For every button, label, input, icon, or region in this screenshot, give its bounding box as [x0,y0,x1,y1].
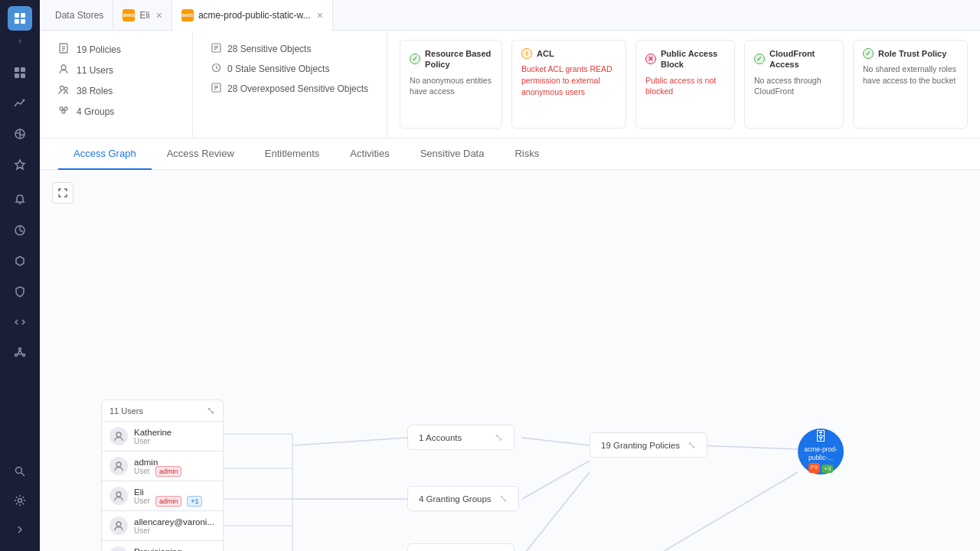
user-node-eli[interactable]: Eli User admin +1 [101,481,224,511]
tab-access-graph-label: Access Graph [74,148,136,159]
tab-bar: Data Stores aws Eli × aws acme-prod-publ… [40,0,980,31]
sidebar-icon-search[interactable] [6,458,34,485]
user-node-provisioning[interactable]: Provisioning User [101,541,224,551]
overexposed-value: 28 Overexposed Sensitive Objects [227,83,368,94]
groups-value: 4 Groups [77,106,114,117]
resource-based-desc: No anonymous entities have access [410,75,492,97]
app-logo[interactable] [8,6,32,31]
tab-access-graph[interactable]: Access Graph [58,139,152,170]
cloudfront-desc: No access through CloudFront [754,75,834,97]
sidebar-icon-chart[interactable] [6,90,34,117]
accounts-node[interactable]: 1 Accounts ⤡ [407,425,514,450]
resource-based-title: Resource Based Policy [425,48,492,70]
svg-line-23 [21,473,24,476]
policy-card-resource-based[interactable]: ✓ Resource Based Policy No anonymous ent… [400,40,502,129]
tab-eli[interactable]: aws Eli × [113,0,172,31]
bucket-icon: 🗄 [815,430,827,444]
resource-based-status-icon: ✓ [410,54,420,64]
stat-policies: 19 Policies [58,43,174,56]
sidebar-icon-grid[interactable] [6,59,34,86]
svg-line-49 [522,438,590,445]
sensitive-objects-icon [211,43,221,55]
svg-rect-3 [21,19,25,24]
accounts-close-icon[interactable]: ⤡ [495,432,503,443]
tab-acme-prod[interactable]: aws acme-prod-public-static-w... × [172,0,333,31]
svg-point-62 [116,462,121,467]
eli-info: Eli User admin +1 [134,487,215,505]
expand-graph-button[interactable] [52,182,74,204]
user-node-katherine[interactable]: Katherine User [101,422,224,452]
tab-entitlements-label: Entitlements [265,148,320,159]
graph-area: 11 Users ⤡ Katherine User [40,170,980,551]
sidebar-icon-star[interactable] [6,151,34,178]
roles-node[interactable]: 38 Roles ⤡ [407,543,514,551]
user-node-admin[interactable]: admin User admin [101,452,224,481]
tab-eli-close-icon[interactable]: × [156,10,162,21]
tab-acme-close-icon[interactable]: × [317,10,323,21]
sidebar-icon-analytics[interactable] [6,217,34,244]
sidebar-icon-code[interactable] [6,308,34,336]
users-collapse-icon[interactable]: ⤡ [207,405,215,416]
svg-point-8 [23,99,25,102]
acl-header: ! ACL [521,48,616,59]
sidebar-icon-nodes[interactable] [6,339,34,367]
sidebar-icon-hex[interactable] [6,247,34,275]
svg-point-33 [64,107,67,110]
granting-policies-node[interactable]: 19 Granting Policies ⤡ [590,432,707,458]
policy-card-acl[interactable]: ! ACL Bucket ACL grants READ permission … [511,40,626,129]
eli-count: +1 [187,496,202,507]
tab-access-review[interactable]: Access Review [152,139,250,170]
granting-groups-label: 4 Granting Groups [419,494,492,504]
users-node-header: 11 Users ⤡ [101,399,224,422]
sidebar-icon-settings[interactable] [6,487,34,514]
svg-line-54 [499,472,798,551]
tab-risks[interactable]: Risks [499,139,554,170]
svg-point-18 [15,354,18,357]
tab-activities[interactable]: Activities [335,139,404,170]
tab-data-stores-label: Data Stores [55,10,103,21]
sensitive-objects-item: 28 Sensitive Objects [211,43,368,55]
acl-status-icon: ! [521,48,532,59]
granting-policies-label: 19 Granting Policies [601,441,680,450]
sidebar-icon-shield[interactable] [6,278,34,305]
katherine-role: User [134,437,215,445]
sidebar-collapse-icon[interactable]: › [18,37,21,45]
svg-line-52 [697,445,798,449]
role-trust-title: Role Trust Policy [878,48,946,59]
svg-rect-7 [21,73,25,78]
policy-card-role-trust[interactable]: ✓ Role Trust Policy No shared externally… [853,40,968,129]
granting-groups-node[interactable]: 4 Granting Groups ⤡ [407,486,519,511]
sidebar-icon-link[interactable] [6,120,34,148]
tab-sensitive-data[interactable]: Sensitive Data [405,139,500,170]
policies-value: 19 Policies [77,44,121,55]
provisioning-avatar [109,546,128,551]
svg-rect-5 [21,67,25,72]
tab-entitlements[interactable]: Entitlements [250,139,335,170]
target-bucket-node[interactable]: 🗄 acme-prod-public-... PII +3 [798,429,844,474]
svg-marker-14 [16,256,24,266]
cloudfront-title: CloudFront Access [769,48,834,70]
eli-badge: admin [155,496,182,507]
stale-value: 0 Stale Sensitive Objects [227,64,329,74]
policy-card-public-access[interactable]: ✕ Public Access Block Public access is n… [635,40,735,129]
tab-data-stores[interactable]: Data Stores [46,0,113,31]
granting-policies-close-icon[interactable]: ⤡ [688,439,696,451]
user-node-allencarey[interactable]: allencarey@varoni... User [101,511,224,541]
top-panel: 19 Policies 11 Users 38 Roles [40,31,980,139]
stale-icon [211,63,221,75]
svg-rect-2 [15,19,19,24]
katherine-info: Katherine User [134,428,215,445]
svg-point-16 [19,348,21,350]
granting-groups-close-icon[interactable]: ⤡ [499,493,508,504]
users-icon [58,64,70,77]
sidebar-icon-arrow-right[interactable] [6,516,34,543]
cloudfront-header: ✓ CloudFront Access [754,48,834,70]
nav-tabs: Access Graph Access Review Entitlements … [40,139,980,170]
users-value: 11 Users [77,65,113,76]
roles-icon [58,84,70,97]
sidebar-icon-bell[interactable] [6,186,34,214]
policy-card-cloudfront[interactable]: ✓ CloudFront Access No access through Cl… [744,40,844,129]
svg-rect-1 [21,13,25,18]
acl-title: ACL [537,48,554,59]
groups-icon [58,105,70,118]
